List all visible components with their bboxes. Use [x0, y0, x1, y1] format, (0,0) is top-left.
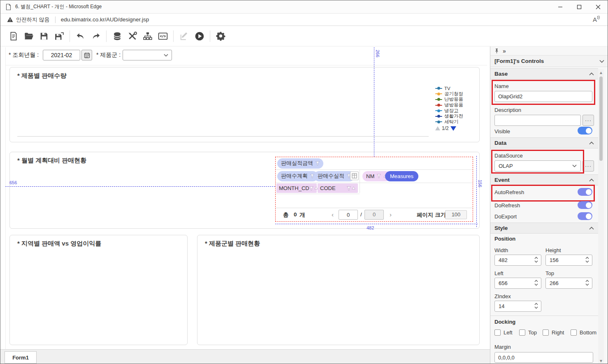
description-more-button[interactable]: ···	[582, 115, 594, 126]
maximize-button[interactable]	[570, 0, 589, 13]
database-icon[interactable]	[109, 28, 125, 44]
legend-item[interactable]: 냉장고	[435, 108, 478, 114]
name-label: Name	[494, 83, 509, 89]
section-data[interactable]: Data	[490, 137, 598, 148]
save-all-icon[interactable]	[51, 28, 67, 44]
chevron-up-icon	[589, 179, 594, 182]
top-stepper[interactable]: 266	[545, 278, 592, 289]
panel-product-sales-qty: * 제품별 판매수량 TV 공기청정 난방용품 냉방용품 냉장고 생활가전 세탁…	[9, 67, 480, 142]
close-button[interactable]	[589, 0, 608, 13]
olap-cell-month-cd[interactable]: MONTH_CD	[276, 183, 317, 193]
design-canvas: * 조회년월 : * 제품군 : * 제품별 판매수량 TV 공기청정 난방용품…	[0, 46, 490, 349]
current-page-input[interactable]	[339, 210, 358, 220]
dock-right-checkbox[interactable]: Right	[543, 329, 564, 336]
olap-measures-button[interactable]: Measures	[385, 171, 418, 181]
read-aloud-icon[interactable]: A	[593, 16, 600, 23]
sidebar-scrollbar[interactable]: ▲ ▼	[598, 69, 604, 364]
filter-area-border	[5, 65, 487, 65]
new-document-icon[interactable]	[6, 28, 21, 44]
prev-page-icon[interactable]: ‹	[332, 211, 334, 219]
product-filter-label: * 제품군 :	[96, 51, 121, 59]
controls-panel-header[interactable]: [Form1]'s Controls	[490, 55, 608, 67]
dock-left-checkbox[interactable]: Left	[494, 329, 513, 336]
olap-pill-plan-qty[interactable]: 판매수계획	[277, 171, 318, 181]
legend-item[interactable]: 세탁기	[435, 119, 478, 124]
panel2-title: * 월별 계획대비 판매현황	[17, 157, 86, 165]
page-size-box[interactable]: 100	[445, 210, 467, 219]
width-stepper[interactable]: 482	[494, 255, 541, 266]
legend-item[interactable]: 난방용품	[435, 97, 478, 102]
build-tools-icon[interactable]	[125, 28, 140, 44]
doexport-label: DoExport	[494, 213, 517, 220]
legend-page-down-icon[interactable]	[450, 126, 456, 131]
dock-top-checkbox[interactable]: Top	[519, 329, 537, 336]
legend-item[interactable]: TV	[435, 86, 478, 91]
scroll-up-icon[interactable]: ▲	[599, 70, 603, 75]
pin-icon[interactable]	[494, 48, 499, 53]
olap-pill-actual-qty[interactable]: 판매수실적	[314, 171, 355, 181]
undo-icon[interactable]	[73, 28, 88, 44]
total-value: 0	[294, 211, 297, 218]
section-base[interactable]: Base	[490, 68, 598, 79]
run-icon[interactable]	[192, 28, 207, 44]
datasource-more-button[interactable]: ···	[582, 160, 594, 172]
width-label: Width	[494, 247, 508, 253]
section-style[interactable]: Style	[490, 223, 598, 234]
security-warning[interactable]: 안전하지 않음	[7, 16, 50, 23]
visible-toggle[interactable]	[578, 127, 592, 134]
redo-icon[interactable]	[88, 28, 103, 44]
collapse-panel-icon[interactable]: »	[503, 48, 506, 54]
legend-marker	[435, 115, 442, 118]
total-unit: 개	[299, 211, 305, 219]
settings-icon[interactable]	[213, 28, 228, 44]
open-folder-icon[interactable]	[21, 28, 36, 44]
left-stepper[interactable]: 656	[494, 278, 541, 289]
product-select[interactable]	[123, 50, 172, 60]
chevron-up-icon	[589, 141, 594, 145]
name-input[interactable]	[494, 91, 592, 102]
total-pages-box: 0	[364, 210, 384, 220]
doexport-toggle[interactable]	[578, 212, 592, 220]
autorefresh-toggle[interactable]	[578, 188, 592, 196]
next-page-icon[interactable]: ›	[390, 211, 392, 219]
legend-item[interactable]: 생활가전	[435, 114, 478, 119]
chevron-down-icon	[599, 60, 604, 63]
height-stepper[interactable]: 156	[545, 255, 592, 266]
date-input[interactable]	[43, 50, 80, 60]
guide-left-label: 656	[9, 180, 17, 185]
hierarchy-icon[interactable]	[140, 28, 155, 44]
panel-region-sales: * 지역별 판매액 vs 영업이익률	[9, 235, 188, 345]
olap-grid-component[interactable]: 판매실적금액 판매수계획 판매수실적	[275, 157, 473, 222]
code-view-icon[interactable]	[155, 28, 170, 44]
chevron-down-icon	[572, 165, 577, 167]
legend-pager: 1/2	[435, 125, 456, 131]
zindex-label: ZIndex	[494, 293, 511, 299]
properties-sidebar: » [Form1]'s Controls Base Name Descripti…	[490, 46, 608, 364]
minimize-button[interactable]	[551, 0, 570, 13]
window-title: 6. 별첨_CHART - 개인 - Microsoft Edge	[15, 3, 102, 10]
legend-page-indicator: 1/2	[442, 125, 449, 131]
datasource-select[interactable]: OLAP	[494, 160, 581, 172]
zindex-stepper[interactable]: 14	[494, 301, 541, 312]
save-icon[interactable]	[36, 28, 51, 44]
guide-width-label: 482	[367, 225, 374, 230]
panel1-title: * 제품별 판매수량	[17, 72, 66, 80]
olap-pill-sales-amount[interactable]: 판매실적금액	[277, 158, 323, 169]
calendar-button[interactable]	[81, 50, 92, 60]
margin-input[interactable]	[494, 352, 593, 363]
scrollbar-thumb[interactable]	[599, 77, 603, 161]
olap-layout-button[interactable]	[350, 172, 359, 180]
description-input[interactable]	[494, 115, 581, 126]
section-event[interactable]: Event	[490, 174, 598, 185]
panel4-title: * 제품군별 판매현황	[205, 240, 260, 248]
url-text[interactable]: edu.bimatrix.co.kr/AUD/designer.jsp	[61, 16, 149, 23]
dorefresh-toggle[interactable]	[578, 201, 592, 209]
legend-item[interactable]: 냉방용품	[435, 102, 478, 108]
legend-page-up-icon[interactable]	[435, 126, 440, 130]
dock-bottom-checkbox[interactable]: Bottom	[571, 329, 596, 336]
olap-cell-code[interactable]: CODE	[318, 183, 358, 193]
panel3-title: * 지역별 판매액 vs 영업이익률	[17, 240, 101, 248]
scroll-down-icon[interactable]: ▼	[599, 359, 603, 363]
tab-form1[interactable]: Form1	[5, 351, 37, 364]
legend-item[interactable]: 공기청정	[435, 91, 478, 97]
